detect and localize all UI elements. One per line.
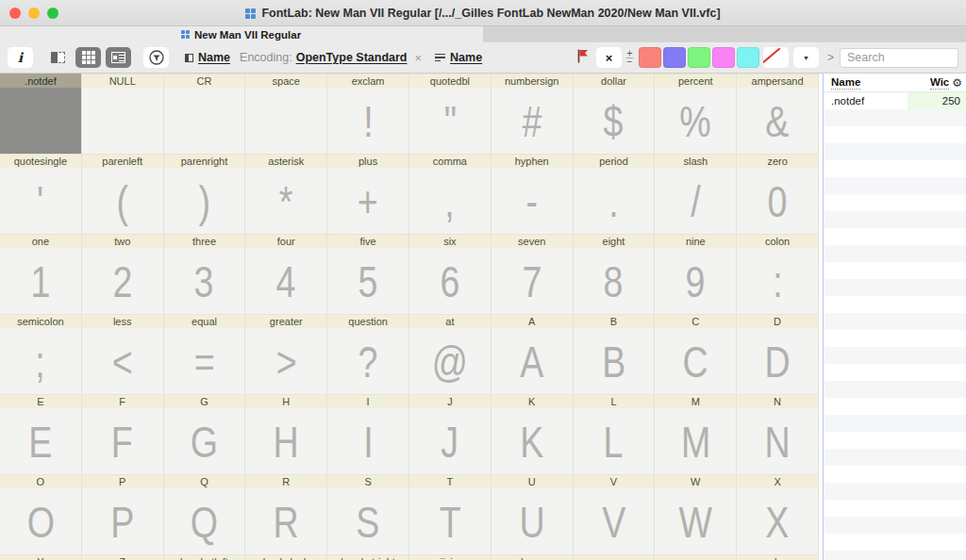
glyph-cell-Z[interactable]: Z bbox=[82, 554, 164, 560]
glyph-cell-semicolon[interactable]: semicolon; bbox=[0, 314, 82, 394]
glyph-cell-V[interactable]: VV bbox=[574, 474, 656, 554]
encoding-close-icon[interactable]: × bbox=[415, 51, 423, 65]
table-row-notdef[interactable]: .notdef 250 bbox=[824, 92, 966, 109]
search-input[interactable] bbox=[840, 48, 958, 68]
glyph-cell-numbersign[interactable]: numbersign# bbox=[491, 74, 574, 154]
glyph-cell-colon[interactable]: colon: bbox=[737, 234, 819, 314]
color-swatch-3[interactable] bbox=[712, 47, 735, 68]
glyph-cell-.notdef[interactable]: .notdef bbox=[0, 74, 82, 154]
glyph-cell-F[interactable]: FF bbox=[82, 394, 164, 474]
glyph-cell-U[interactable]: UU bbox=[491, 474, 574, 554]
glyph-cell-nine[interactable]: nine9 bbox=[655, 234, 737, 314]
glyph-cell-period[interactable]: period. bbox=[574, 154, 656, 234]
glyph-cell-quotesingle[interactable]: quotesingle' bbox=[0, 154, 82, 234]
glyph-cell-N[interactable]: NN bbox=[737, 394, 819, 474]
glyph-cell-K[interactable]: KK bbox=[491, 394, 574, 474]
glyph-cell-percent[interactable]: percent% bbox=[655, 74, 737, 154]
encoding-selector[interactable]: OpenType Standard bbox=[296, 51, 408, 64]
glyph-cell-bracketleft[interactable]: bracketleft bbox=[164, 554, 246, 560]
glyph-cell-Q[interactable]: QQ bbox=[164, 474, 246, 554]
glyph-cell-W[interactable]: WW bbox=[655, 474, 737, 554]
tab-font-window[interactable]: New Man VII Regular bbox=[0, 26, 483, 42]
glyph-cell-six[interactable]: six6 bbox=[409, 234, 491, 314]
flag-marker-button[interactable] bbox=[575, 48, 589, 68]
glyph-cell-J[interactable]: JJ bbox=[409, 394, 491, 474]
sidebar-panel-button[interactable] bbox=[45, 47, 71, 68]
glyph-cell-ampersand[interactable]: ampersand& bbox=[737, 74, 819, 154]
glyph-cell-exclam[interactable]: exclam! bbox=[327, 74, 409, 154]
color-swatch-4[interactable] bbox=[737, 47, 759, 68]
glyph-cell-seven[interactable]: seven7 bbox=[491, 234, 574, 314]
glyph-cell-plus[interactable]: plus+ bbox=[327, 154, 409, 234]
glyph-cell-at[interactable]: at@ bbox=[409, 314, 491, 394]
glyph-cell-a[interactable]: a bbox=[655, 554, 737, 560]
glyph-cell-space[interactable]: space bbox=[245, 74, 327, 154]
expand-chevron-icon[interactable]: > bbox=[827, 51, 834, 64]
glyph-cell-I[interactable]: II bbox=[327, 394, 409, 474]
glyph-cell-asciicircum[interactable]: asciicircum bbox=[409, 554, 491, 560]
glyph-cell-backslash[interactable]: backslash bbox=[245, 554, 327, 560]
glyph-cell-slash[interactable]: slash/ bbox=[655, 154, 737, 234]
glyph-cell-underscore[interactable]: underscore bbox=[491, 554, 574, 560]
color-swatch-1[interactable] bbox=[663, 47, 686, 68]
glyph-cell-L[interactable]: LL bbox=[574, 394, 656, 474]
stepper-plus-icon[interactable]: + bbox=[627, 51, 633, 57]
stepper-minus-icon[interactable]: − bbox=[627, 59, 633, 65]
glyph-cell-X[interactable]: XX bbox=[737, 474, 819, 554]
glyph-cell-B[interactable]: BB bbox=[574, 314, 656, 394]
glyph-cell-comma[interactable]: comma, bbox=[409, 154, 491, 234]
sort-by-name-toggle[interactable]: Name bbox=[435, 51, 482, 64]
column-header-width[interactable]: Wic bbox=[930, 76, 949, 90]
glyph-name-cell[interactable]: .notdef bbox=[824, 95, 908, 107]
glyph-cell-D[interactable]: DD bbox=[737, 314, 819, 394]
glyph-cell-Y[interactable]: Y bbox=[0, 554, 82, 560]
glyph-cell-asterisk[interactable]: asterisk* bbox=[245, 154, 327, 234]
glyph-cell-G[interactable]: GG bbox=[164, 394, 246, 474]
glyph-cell-three[interactable]: three3 bbox=[164, 234, 246, 314]
glyph-cell-one[interactable]: one1 bbox=[0, 234, 82, 314]
glyph-cell-H[interactable]: HH bbox=[245, 394, 327, 474]
glyph-cell-question[interactable]: question? bbox=[327, 314, 409, 394]
clear-flag-button[interactable]: × bbox=[596, 47, 622, 68]
glyph-cell-eight[interactable]: eight8 bbox=[574, 234, 656, 314]
show-name-toggle-left[interactable]: Name bbox=[185, 51, 230, 64]
grid-view-button[interactable] bbox=[75, 47, 101, 68]
glyph-cell-parenright[interactable]: parenright) bbox=[164, 154, 246, 234]
font-info-button[interactable]: i bbox=[8, 47, 33, 68]
glyph-cell-R[interactable]: RR bbox=[245, 474, 327, 554]
glyph-cell-greater[interactable]: greater> bbox=[245, 314, 327, 394]
glyph-cell-b[interactable]: b bbox=[737, 554, 819, 560]
glyph-cell-zero[interactable]: zero0 bbox=[737, 154, 819, 234]
glyph-cell-T[interactable]: TT bbox=[409, 474, 491, 554]
glyph-cell-grave[interactable]: grave bbox=[574, 554, 656, 560]
no-color-button[interactable] bbox=[763, 47, 789, 68]
glyph-cell-five[interactable]: five5 bbox=[327, 234, 409, 314]
glyph-cell-CR[interactable]: CR bbox=[164, 74, 246, 154]
glyph-cell-parenleft[interactable]: parenleft( bbox=[82, 154, 164, 234]
glyph-cell-four[interactable]: four4 bbox=[245, 234, 327, 314]
glyph-cell-S[interactable]: SS bbox=[327, 474, 409, 554]
glyph-cell-dollar[interactable]: dollar$ bbox=[574, 74, 656, 154]
glyph-cell-P[interactable]: PP bbox=[82, 474, 164, 554]
glyph-cell-NULL[interactable]: NULL bbox=[82, 74, 164, 154]
glyph-cell-O[interactable]: OO bbox=[0, 474, 82, 554]
glyph-cell-A[interactable]: AA bbox=[491, 314, 574, 394]
glyph-cell-M[interactable]: MM bbox=[655, 394, 737, 474]
glyph-cell-equal[interactable]: equal= bbox=[164, 314, 246, 394]
list-view-button[interactable] bbox=[106, 47, 131, 68]
glyph-cell-hyphen[interactable]: hyphen- bbox=[491, 154, 574, 234]
glyph-width-cell[interactable]: 250 bbox=[908, 92, 966, 109]
glyph-cell-quotedbl[interactable]: quotedbl" bbox=[409, 74, 491, 154]
flag-stepper[interactable]: + − bbox=[626, 51, 633, 65]
glyph-cell-C[interactable]: CC bbox=[655, 314, 737, 394]
glyph-cell-two[interactable]: two2 bbox=[82, 234, 164, 314]
gear-icon[interactable]: ⚙ bbox=[952, 76, 962, 90]
filter-button[interactable] bbox=[143, 47, 169, 68]
color-dropdown-button[interactable]: ▼ bbox=[793, 47, 819, 68]
glyph-cell-E[interactable]: EE bbox=[0, 394, 82, 474]
color-swatch-2[interactable] bbox=[688, 47, 710, 68]
glyph-cell-bracketright[interactable]: bracketright bbox=[327, 554, 409, 560]
color-swatch-0[interactable] bbox=[639, 47, 661, 68]
glyph-cell-less[interactable]: less< bbox=[82, 314, 164, 394]
column-header-name[interactable]: Name bbox=[831, 76, 860, 90]
